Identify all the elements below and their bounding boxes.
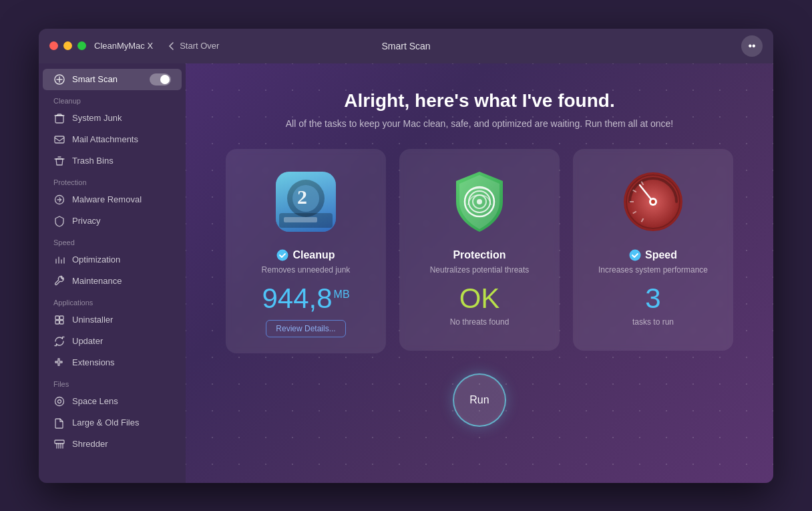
protection-detail: No threats found bbox=[450, 317, 510, 327]
chevron-left-icon bbox=[166, 41, 177, 51]
sidebar-item-uninstaller[interactable]: Uninstaller bbox=[43, 309, 182, 331]
sidebar-item-optimization[interactable]: Optimization bbox=[43, 249, 182, 271]
junk-icon bbox=[53, 112, 65, 124]
cleanup-check-icon bbox=[276, 249, 288, 261]
cleanup-title-row: Cleanup bbox=[276, 249, 335, 261]
shredder-label: Shredder bbox=[72, 439, 108, 449]
window-title: Smart Scan bbox=[381, 41, 430, 51]
applications-section-label: Applications bbox=[43, 292, 182, 309]
updater-icon bbox=[53, 335, 65, 347]
sidebar-item-smart-scan[interactable]: Smart Scan bbox=[43, 69, 182, 90]
maximize-button[interactable] bbox=[77, 41, 86, 50]
sidebar-item-privacy[interactable]: Privacy bbox=[43, 210, 182, 232]
shield-illustration bbox=[443, 165, 516, 238]
maintenance-icon bbox=[53, 275, 65, 287]
trash-icon bbox=[53, 155, 65, 167]
cards-row: 2 Cleanup Removes unneeded junk 944,8MB bbox=[199, 149, 760, 353]
svg-rect-10 bbox=[55, 440, 64, 444]
sidebar-item-large-old-files[interactable]: Large & Old Files bbox=[43, 412, 182, 434]
content-area: Alright, here's what I've found. All of … bbox=[186, 63, 773, 483]
app-window: CleanMyMac X Start Over Smart Scan •• bbox=[39, 29, 773, 483]
sidebar-item-space-lens[interactable]: Space Lens bbox=[43, 391, 182, 412]
malware-removal-label: Malware Removal bbox=[72, 194, 142, 204]
optimization-icon bbox=[53, 254, 65, 266]
svg-point-32 bbox=[651, 200, 655, 204]
protection-subtitle: Neutralizes potential threats bbox=[430, 265, 530, 275]
speed-subtitle: Increases system performance bbox=[598, 265, 708, 275]
large-old-files-label: Large & Old Files bbox=[72, 417, 139, 428]
content-header: Alright, here's what I've found. All of … bbox=[272, 63, 687, 149]
back-label: Start Over bbox=[180, 41, 219, 51]
protection-section-label: Protection bbox=[43, 172, 182, 189]
uninstaller-icon bbox=[53, 314, 65, 326]
minimize-button[interactable] bbox=[63, 41, 72, 50]
protection-title-row: Protection bbox=[453, 249, 505, 261]
headline: Alright, here's what I've found. bbox=[286, 90, 674, 112]
cleanup-card: 2 Cleanup Removes unneeded junk 944,8MB bbox=[226, 149, 386, 353]
protection-title: Protection bbox=[453, 249, 505, 261]
scan-icon bbox=[53, 73, 65, 86]
speed-value: 3 bbox=[645, 283, 660, 315]
run-button[interactable]: Run bbox=[453, 373, 506, 427]
svg-text:2: 2 bbox=[297, 186, 307, 208]
close-button[interactable] bbox=[49, 41, 58, 50]
shredder-icon bbox=[53, 438, 65, 450]
avatar-dots: •• bbox=[748, 40, 755, 52]
review-details-button[interactable]: Review Details... bbox=[266, 320, 345, 337]
mail-attachments-label: Mail Attachments bbox=[72, 134, 138, 144]
privacy-label: Privacy bbox=[72, 216, 101, 226]
svg-point-22 bbox=[477, 199, 482, 204]
svg-rect-5 bbox=[60, 316, 64, 320]
cleanup-title: Cleanup bbox=[292, 249, 335, 261]
sidebar-item-system-junk[interactable]: System Junk bbox=[43, 108, 182, 129]
traffic-lights bbox=[49, 41, 86, 50]
speed-check-icon bbox=[629, 249, 641, 261]
svg-point-18 bbox=[277, 249, 288, 261]
svg-rect-4 bbox=[55, 316, 59, 320]
sidebar-item-trash-bins[interactable]: Trash Bins bbox=[43, 150, 182, 172]
svg-rect-17 bbox=[284, 217, 317, 222]
cleanup-subtitle: Removes unneeded junk bbox=[262, 265, 351, 275]
sidebar-item-extensions[interactable]: Extensions bbox=[43, 352, 182, 373]
main-content: Smart Scan Cleanup System Junk bbox=[39, 63, 773, 483]
svg-rect-6 bbox=[55, 320, 59, 324]
speedometer-illustration bbox=[616, 165, 690, 238]
optimization-label: Optimization bbox=[72, 254, 120, 265]
sidebar-item-shredder[interactable]: Shredder bbox=[43, 434, 182, 455]
files-icon bbox=[53, 417, 65, 429]
speed-section-label: Speed bbox=[43, 232, 182, 249]
trash-bins-label: Trash Bins bbox=[72, 156, 114, 166]
run-btn-container: Run bbox=[453, 373, 506, 427]
smart-scan-label: Smart Scan bbox=[72, 74, 118, 84]
updater-label: Updater bbox=[72, 336, 103, 346]
avatar-button[interactable]: •• bbox=[741, 35, 763, 57]
back-button[interactable]: Start Over bbox=[166, 41, 219, 51]
sidebar-item-updater[interactable]: Updater bbox=[43, 331, 182, 352]
svg-rect-2 bbox=[55, 136, 64, 143]
smart-scan-toggle[interactable] bbox=[150, 73, 171, 86]
cleanup-value: 944,8MB bbox=[262, 283, 349, 315]
sidebar-item-malware-removal[interactable]: Malware Removal bbox=[43, 189, 182, 210]
app-title: CleanMyMac X bbox=[94, 41, 153, 51]
sidebar-item-maintenance[interactable]: Maintenance bbox=[43, 271, 182, 292]
speed-title-row: Speed bbox=[629, 249, 677, 261]
protection-card: Protection Neutralizes potential threats… bbox=[399, 149, 560, 351]
protection-value: OK bbox=[459, 283, 500, 315]
extensions-label: Extensions bbox=[72, 357, 115, 367]
svg-point-33 bbox=[629, 249, 640, 261]
files-section-label: Files bbox=[43, 373, 182, 391]
uninstaller-label: Uninstaller bbox=[72, 315, 113, 325]
svg-rect-7 bbox=[60, 320, 64, 324]
extensions-icon bbox=[53, 357, 65, 369]
speed-title: Speed bbox=[645, 249, 677, 261]
sidebar: Smart Scan Cleanup System Junk bbox=[39, 63, 186, 483]
speed-detail: tasks to run bbox=[632, 317, 674, 327]
sidebar-item-mail-attachments[interactable]: Mail Attachments bbox=[43, 129, 182, 150]
svg-point-8 bbox=[55, 397, 64, 405]
svg-rect-1 bbox=[55, 116, 63, 123]
system-junk-label: System Junk bbox=[72, 113, 122, 123]
mail-icon bbox=[53, 134, 65, 146]
malware-icon bbox=[53, 194, 65, 206]
titlebar: CleanMyMac X Start Over Smart Scan •• bbox=[39, 29, 773, 63]
maintenance-label: Maintenance bbox=[72, 276, 122, 286]
